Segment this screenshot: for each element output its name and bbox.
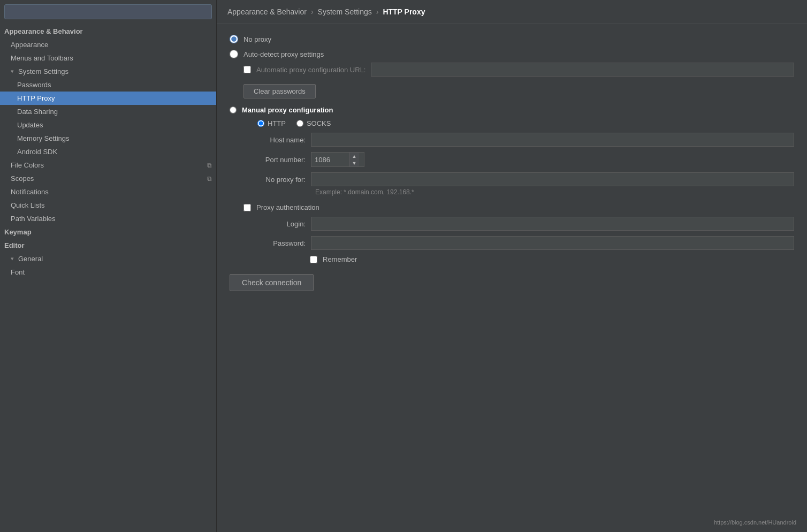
login-input[interactable] bbox=[311, 217, 794, 231]
port-number-label: Port number: bbox=[257, 156, 306, 164]
no-proxy-for-row: No proxy for: bbox=[257, 172, 794, 186]
sidebar-section-editor: Editor bbox=[0, 239, 216, 252]
manual-proxy-section: Manual proxy configuration HTTP SOCKS Ho… bbox=[230, 106, 794, 196]
sidebar: Appearance & Behavior Appearance Menus a… bbox=[0, 0, 217, 532]
remember-label: Remember bbox=[323, 255, 357, 263]
sidebar-item-system-settings[interactable]: ▾ System Settings bbox=[0, 65, 216, 78]
password-label: Password: bbox=[257, 239, 306, 247]
breadcrumb-part-1: Appearance & Behavior bbox=[227, 7, 307, 16]
manual-proxy-row: Manual proxy configuration bbox=[230, 106, 794, 114]
clear-passwords-button[interactable]: Clear passwords bbox=[243, 84, 316, 98]
proxy-auth-section: Proxy authentication Login: Password: Re… bbox=[230, 203, 794, 263]
example-text: Example: *.domain.com, 192.168.* bbox=[315, 188, 794, 196]
proxy-auth-checkbox[interactable] bbox=[243, 204, 251, 211]
login-row: Login: bbox=[257, 217, 794, 231]
breadcrumb-part-3: HTTP Proxy bbox=[383, 7, 425, 16]
auto-config-label: Automatic proxy configuration URL: bbox=[256, 66, 366, 74]
sidebar-item-quick-lists[interactable]: Quick Lists bbox=[0, 199, 216, 212]
chevron-icon: ▾ bbox=[11, 68, 14, 75]
check-connection-button[interactable]: Check connection bbox=[230, 274, 314, 291]
auto-config-url-input[interactable] bbox=[371, 63, 794, 77]
no-proxy-row: No proxy bbox=[230, 35, 794, 43]
host-name-row: Host name: bbox=[257, 133, 794, 147]
watermark: https://blog.csdn.net/HUandroid bbox=[714, 519, 796, 526]
sidebar-item-data-sharing[interactable]: Data Sharing bbox=[0, 105, 216, 118]
sidebar-item-general[interactable]: ▾ General bbox=[0, 252, 216, 265]
breadcrumb-sep-2: › bbox=[376, 7, 379, 16]
sidebar-item-android-sdk[interactable]: Android SDK bbox=[0, 145, 216, 158]
port-spinners: ▲ ▼ bbox=[349, 153, 359, 166]
port-number-input[interactable] bbox=[311, 153, 349, 166]
port-down-button[interactable]: ▼ bbox=[349, 159, 359, 166]
copy-icon: ⧉ bbox=[207, 175, 212, 183]
remember-row: Remember bbox=[310, 255, 794, 263]
proxy-auth-row: Proxy authentication bbox=[243, 203, 794, 211]
sidebar-item-file-colors[interactable]: File Colors ⧉ bbox=[0, 158, 216, 172]
sidebar-section-keymap: Keymap bbox=[0, 225, 216, 239]
no-proxy-for-label: No proxy for: bbox=[257, 176, 306, 184]
http-radio-item: HTTP bbox=[257, 119, 286, 127]
sidebar-item-memory-settings[interactable]: Memory Settings bbox=[0, 132, 216, 145]
socks-label: SOCKS bbox=[307, 119, 331, 127]
copy-icon: ⧉ bbox=[207, 162, 212, 169]
no-proxy-radio[interactable] bbox=[230, 35, 238, 43]
sidebar-item-menus-toolbars[interactable]: Menus and Toolbars bbox=[0, 51, 216, 65]
sidebar-item-font[interactable]: Font bbox=[0, 265, 216, 279]
auto-config-row: Automatic proxy configuration URL: bbox=[243, 63, 794, 77]
no-proxy-for-input[interactable] bbox=[311, 172, 794, 186]
no-proxy-label: No proxy bbox=[243, 35, 271, 43]
port-up-button[interactable]: ▲ bbox=[349, 153, 359, 159]
auto-detect-section: Automatic proxy configuration URL: bbox=[243, 63, 794, 77]
sidebar-item-scopes[interactable]: Scopes ⧉ bbox=[0, 172, 216, 185]
manual-proxy-radio[interactable] bbox=[230, 107, 237, 113]
http-radio[interactable] bbox=[257, 120, 264, 127]
breadcrumb-sep-1: › bbox=[311, 7, 314, 16]
socks-radio-item: SOCKS bbox=[296, 119, 331, 127]
auto-detect-label: Auto-detect proxy settings bbox=[243, 50, 324, 58]
protocol-sub-radios: HTTP SOCKS bbox=[257, 119, 794, 127]
auto-config-checkbox[interactable] bbox=[243, 66, 251, 73]
search-input[interactable] bbox=[4, 4, 212, 19]
http-label: HTTP bbox=[268, 119, 286, 127]
remember-checkbox[interactable] bbox=[310, 256, 317, 263]
auto-detect-radio[interactable] bbox=[230, 50, 238, 58]
port-input-wrap: ▲ ▼ bbox=[311, 152, 364, 167]
login-label: Login: bbox=[257, 220, 306, 228]
sidebar-item-updates[interactable]: Updates bbox=[0, 118, 216, 132]
sidebar-section-appearance-behavior: Appearance & Behavior bbox=[0, 25, 216, 38]
main-content: Appearance & Behavior › System Settings … bbox=[217, 0, 807, 532]
host-name-label: Host name: bbox=[257, 136, 306, 144]
chevron-icon: ▾ bbox=[11, 255, 14, 262]
sidebar-item-passwords[interactable]: Passwords bbox=[0, 78, 216, 92]
sidebar-item-notifications[interactable]: Notifications bbox=[0, 185, 216, 199]
breadcrumb: Appearance & Behavior › System Settings … bbox=[217, 0, 807, 24]
port-number-row: Port number: ▲ ▼ bbox=[257, 152, 794, 167]
sidebar-item-http-proxy[interactable]: HTTP Proxy bbox=[0, 92, 216, 105]
manual-proxy-label: Manual proxy configuration bbox=[242, 106, 333, 114]
auto-detect-row: Auto-detect proxy settings bbox=[230, 50, 794, 58]
host-name-input[interactable] bbox=[311, 133, 794, 147]
proxy-auth-label: Proxy authentication bbox=[256, 203, 319, 211]
password-input[interactable] bbox=[311, 236, 794, 250]
password-row: Password: bbox=[257, 236, 794, 250]
sidebar-item-path-variables[interactable]: Path Variables bbox=[0, 212, 216, 225]
sidebar-item-appearance[interactable]: Appearance bbox=[0, 38, 216, 51]
socks-radio[interactable] bbox=[296, 120, 303, 127]
content-body: No proxy Auto-detect proxy settings Auto… bbox=[217, 24, 807, 532]
breadcrumb-part-2: System Settings bbox=[318, 7, 372, 16]
